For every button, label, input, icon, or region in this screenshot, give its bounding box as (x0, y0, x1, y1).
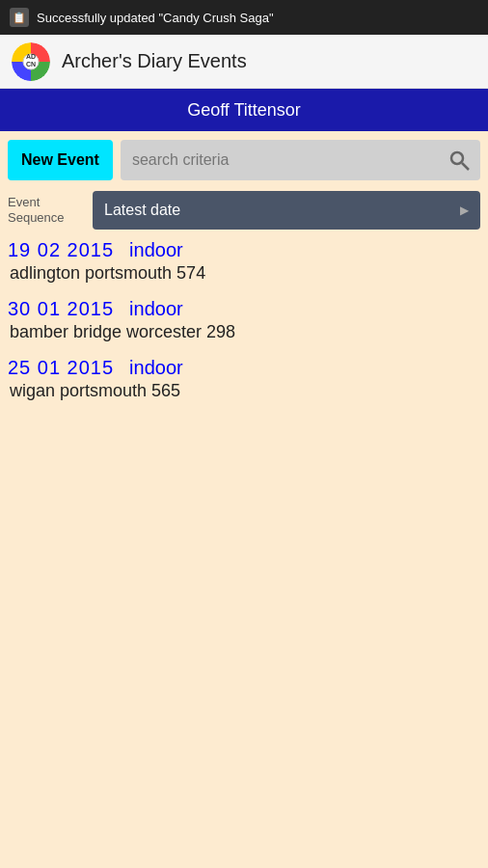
event-date: 19 02 2015 (8, 239, 114, 261)
sort-selected-value: Latest date (104, 202, 180, 219)
event-details: bamber bridge worcester 298 (10, 322, 480, 342)
new-event-button[interactable]: New Event (8, 140, 113, 180)
search-container (121, 140, 480, 180)
event-details: wigan portsmouth 565 (10, 381, 480, 401)
event-list: 19 02 2015indooradlington portsmouth 574… (0, 231, 488, 868)
event-type: indoor (129, 357, 183, 379)
svg-text:AD: AD (26, 53, 36, 60)
sort-label: Event Sequence (8, 195, 85, 225)
event-details: adlington portsmouth 574 (10, 263, 480, 284)
app-logo: AD CN (12, 42, 50, 81)
list-item[interactable]: 30 01 2015indoorbamber bridge worcester … (8, 298, 480, 353)
svg-line-5 (462, 163, 469, 170)
app-bar: AD CN Archer's Diary Events (0, 35, 488, 89)
toolbar: New Event (0, 131, 488, 189)
event-type: indoor (129, 239, 183, 261)
status-bar: 📋 Successfully updated "Candy Crush Saga… (0, 0, 488, 35)
event-date: 30 01 2015 (8, 298, 114, 320)
event-type: indoor (129, 298, 183, 320)
list-item[interactable]: 19 02 2015indooradlington portsmouth 574 (8, 239, 480, 294)
svg-text:CN: CN (26, 61, 36, 68)
search-input[interactable] (121, 140, 480, 180)
search-button[interactable] (446, 147, 473, 174)
app-title: Archer's Diary Events (62, 50, 247, 72)
sort-row: Event Sequence Latest date ▶ (0, 189, 488, 231)
sort-dropdown[interactable]: Latest date ▶ (93, 191, 480, 230)
svg-point-4 (451, 152, 463, 164)
event-date: 25 01 2015 (8, 357, 114, 379)
notification-icon: 📋 (10, 8, 29, 27)
list-item[interactable]: 25 01 2015indoorwigan portsmouth 565 (8, 357, 480, 412)
status-message: Successfully updated "Candy Crush Saga" (37, 11, 274, 25)
user-bar: Geoff Tittensor (0, 89, 488, 131)
chevron-down-icon: ▶ (460, 203, 469, 217)
user-name: Geoff Tittensor (187, 100, 301, 121)
